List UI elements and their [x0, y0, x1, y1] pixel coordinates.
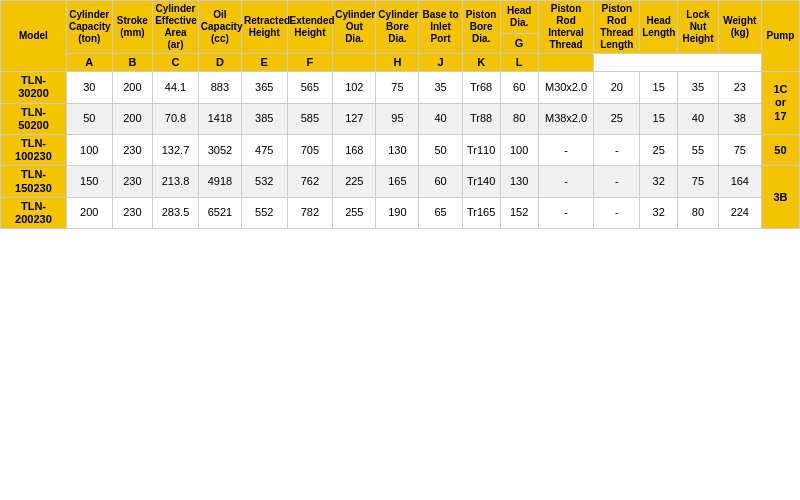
letter-empty: [538, 54, 594, 72]
col-base-inlet: Base to Inlet Port: [419, 1, 462, 54]
data-cell: Tr165: [462, 197, 500, 228]
data-cell: 75: [376, 72, 419, 103]
data-cell: -: [538, 134, 594, 165]
data-cell: 565: [287, 72, 333, 103]
col-head-len: Head Length: [640, 1, 678, 54]
data-cell: 164: [718, 166, 761, 197]
pump-cell: 3B: [761, 166, 799, 229]
model-cell: TLN- 30200: [1, 72, 67, 103]
data-cell: 224: [718, 197, 761, 228]
model-cell: TLN- 50200: [1, 103, 67, 134]
data-cell: 200: [112, 72, 153, 103]
data-cell: 44.1: [153, 72, 199, 103]
data-cell: 60: [419, 166, 462, 197]
col-lock-nut: Lock Nut Height: [678, 1, 719, 54]
data-cell: 50: [419, 134, 462, 165]
data-cell: 75: [678, 166, 719, 197]
data-cell: 32: [640, 166, 678, 197]
data-cell: 230: [112, 134, 153, 165]
col-eff-area: Cylinder Effective Area (ar): [153, 1, 199, 54]
letter-a: A: [66, 54, 112, 72]
table-row: TLN- 100230100230132.7305247570516813050…: [1, 134, 800, 165]
letter-e: E: [241, 54, 287, 72]
data-cell: 15: [640, 103, 678, 134]
data-cell: 40: [678, 103, 719, 134]
col-retracted: Retracted Height: [241, 1, 287, 54]
header-row-3: A B C D E F H J K L: [1, 54, 800, 72]
data-cell: 168: [333, 134, 376, 165]
data-cell: 60: [500, 72, 538, 103]
data-cell: 3052: [198, 134, 241, 165]
data-cell: 705: [287, 134, 333, 165]
data-cell: 130: [500, 166, 538, 197]
col-piston-bore: Piston Bore Dia.: [462, 1, 500, 54]
table-row: TLN- 302003020044.18833655651027535Tr686…: [1, 72, 800, 103]
data-cell: 585: [287, 103, 333, 134]
data-cell: Tr88: [462, 103, 500, 134]
col-piston-rod-thread: Piston Rod Thread Length: [594, 1, 640, 54]
data-cell: 15: [640, 72, 678, 103]
data-cell: 883: [198, 72, 241, 103]
data-cell: 552: [241, 197, 287, 228]
data-cell: 35: [678, 72, 719, 103]
table-row: TLN- 200230200230283.5652155278225519065…: [1, 197, 800, 228]
data-cell: 475: [241, 134, 287, 165]
data-cell: 1418: [198, 103, 241, 134]
data-cell: 255: [333, 197, 376, 228]
col-piston-rod-interval: Piston Rod Interval Thread: [538, 1, 594, 54]
table-row: TLN- 502005020070.814183855851279540Tr88…: [1, 103, 800, 134]
data-cell: 70.8: [153, 103, 199, 134]
col-stroke: Stroke (mm): [112, 1, 153, 54]
data-cell: 65: [419, 197, 462, 228]
data-cell: -: [594, 166, 640, 197]
model-cell: TLN- 150230: [1, 166, 67, 197]
pump-cell: 50: [761, 134, 799, 165]
col-cyl-out: Cylinder Out Dia.: [333, 1, 376, 54]
data-cell: 225: [333, 166, 376, 197]
data-cell: 80: [678, 197, 719, 228]
data-cell: 4918: [198, 166, 241, 197]
data-cell: 25: [640, 134, 678, 165]
data-cell: M30x2.0: [538, 72, 594, 103]
letter-g-empty: [333, 54, 376, 72]
data-cell: 532: [241, 166, 287, 197]
data-cell: 35: [419, 72, 462, 103]
data-cell: 40: [419, 103, 462, 134]
data-cell: 365: [241, 72, 287, 103]
table-row: TLN- 150230150230213.8491853276222516560…: [1, 166, 800, 197]
data-cell: 230: [112, 197, 153, 228]
data-cell: 213.8: [153, 166, 199, 197]
col-weight: Weight (kg): [718, 1, 761, 54]
data-cell: 25: [594, 103, 640, 134]
data-cell: 100: [500, 134, 538, 165]
data-cell: 55: [678, 134, 719, 165]
col-cyl-cap: Cylinder Capacity (ton): [66, 1, 112, 54]
table-body: TLN- 302003020044.18833655651027535Tr686…: [1, 72, 800, 229]
data-cell: 95: [376, 103, 419, 134]
data-cell: 127: [333, 103, 376, 134]
data-cell: -: [538, 197, 594, 228]
data-cell: 75: [718, 134, 761, 165]
data-cell: 38: [718, 103, 761, 134]
letter-d: D: [198, 54, 241, 72]
data-cell: 100: [66, 134, 112, 165]
data-cell: -: [538, 166, 594, 197]
data-cell: 20: [594, 72, 640, 103]
col-pump: Pump: [761, 1, 799, 72]
data-cell: -: [594, 197, 640, 228]
data-cell: Tr140: [462, 166, 500, 197]
pump-cell: 1C or 17: [761, 72, 799, 135]
model-cell: TLN- 200230: [1, 197, 67, 228]
data-cell: 762: [287, 166, 333, 197]
model-cell: TLN- 100230: [1, 134, 67, 165]
data-cell: 165: [376, 166, 419, 197]
col-extended: Extended Height: [287, 1, 333, 54]
data-cell: 50: [66, 103, 112, 134]
data-cell: 30: [66, 72, 112, 103]
data-cell: 32: [640, 197, 678, 228]
data-cell: 132.7: [153, 134, 199, 165]
data-cell: M38x2.0: [538, 103, 594, 134]
letter-c: C: [153, 54, 199, 72]
letter-k: K: [462, 54, 500, 72]
data-cell: 230: [112, 166, 153, 197]
